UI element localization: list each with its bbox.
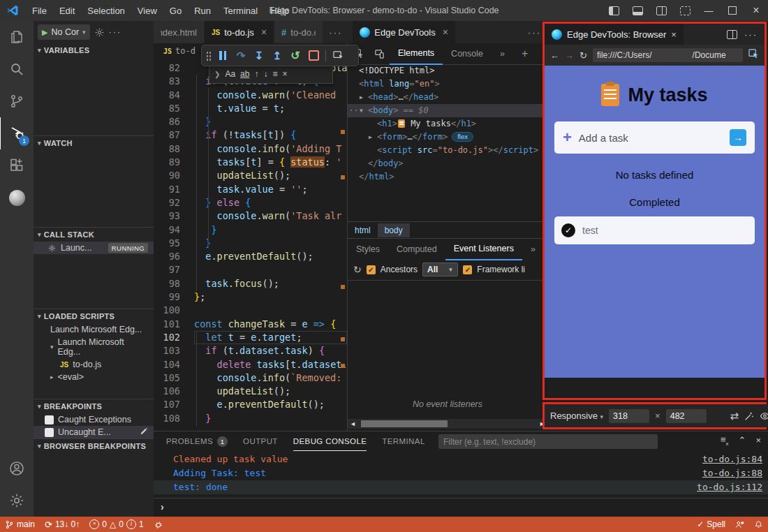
close-tab-icon[interactable]: × (443, 27, 448, 38)
device-height-input[interactable]: 482 (666, 409, 707, 423)
editor-gutter[interactable]: 8283848586878889909192939495969798991001… (154, 61, 190, 425)
breakpoint-uncaught-exceptions[interactable]: Uncaught E... (34, 426, 154, 438)
pause-button[interactable] (214, 47, 231, 64)
crumb-html[interactable]: html (348, 223, 378, 237)
dom-tree[interactable]: <!DOCTYPE html><html lang="en">▶<head>…<… (348, 64, 547, 221)
toggle-panel-icon[interactable] (626, 0, 649, 21)
activity-extensions-icon[interactable] (0, 149, 34, 182)
code-line[interactable]: const changeTask = e => { (194, 318, 347, 331)
step-out-icon[interactable]: ↥ (269, 47, 286, 64)
stop-button[interactable] (305, 47, 322, 64)
notifications-item[interactable] (749, 517, 768, 532)
line-number[interactable]: 90 (154, 169, 190, 182)
line-number[interactable]: 93 (154, 209, 190, 223)
code-line[interactable]: delete tasks[t.dataset.t (194, 358, 347, 371)
sync-changes-item[interactable]: ⟳ 13↓ 0↑ (40, 517, 84, 532)
console-row[interactable]: Cleaned up task valueto-do.js:84 (154, 452, 768, 466)
collapse-panel-icon[interactable]: ⌃ (739, 435, 746, 445)
code-line[interactable]: } (194, 412, 347, 425)
dom-tree-row[interactable]: <!DOCTYPE html> (348, 64, 547, 77)
completed-task-row[interactable]: ✓ test (554, 216, 755, 244)
loaded-script-item[interactable]: Launch Microsoft Edg... (34, 323, 154, 336)
breakpoint-caught-exceptions[interactable]: Caught Exceptions (34, 413, 154, 426)
close-tab-icon[interactable]: × (261, 27, 267, 38)
menu-selection[interactable]: Selection (81, 6, 131, 16)
editor-code[interactable]: epla if (t.value !== t) { console.warn('… (194, 61, 347, 425)
framework-checkbox[interactable]: ✓ (463, 265, 472, 274)
code-line[interactable]: } (194, 237, 347, 250)
edit-pencil-icon[interactable] (140, 428, 148, 436)
reload-icon[interactable]: ↻ (579, 50, 587, 61)
tab-edge-devtools[interactable]: Edge DevTools × (352, 21, 456, 43)
collapsed-arrow-icon[interactable]: ▶ (360, 91, 363, 104)
activity-explorer-icon[interactable] (0, 21, 34, 53)
code-line[interactable]: console.warn('Task alr (194, 209, 347, 223)
menu-run[interactable]: Run (188, 6, 217, 16)
next-match-icon[interactable]: ↓ (263, 69, 267, 79)
code-line[interactable]: } else { (194, 196, 347, 209)
code-line[interactable]: console.warn('Cleaned (194, 89, 347, 102)
line-number[interactable]: 97 (154, 263, 190, 276)
more-actions-icon[interactable]: ··· (109, 27, 122, 37)
line-number[interactable]: 92 (154, 196, 190, 209)
step-into-icon[interactable]: ↧ (251, 47, 267, 64)
line-number[interactable]: 106 (154, 385, 190, 398)
source-link[interactable]: to-do.js:84 (702, 452, 762, 466)
close-find-icon[interactable]: × (282, 69, 287, 79)
tab-debug-console[interactable]: DEBUG CONSOLE (293, 431, 367, 451)
submit-task-button[interactable]: → (730, 129, 746, 146)
tree-arrow-icon[interactable]: ▸ (50, 374, 54, 380)
line-number[interactable]: 95 (154, 237, 190, 250)
line-number[interactable]: 89 (154, 156, 190, 169)
line-number[interactable]: 87 (154, 128, 190, 142)
restart-icon[interactable]: ↺ (287, 47, 304, 64)
code-line[interactable]: } (194, 115, 347, 128)
tab-index-html[interactable]: index.html (154, 21, 205, 43)
ancestors-checkbox[interactable]: ✓ (367, 265, 376, 274)
git-branch-item[interactable]: main (0, 517, 40, 532)
toggle-secondary-sidebar-icon[interactable] (649, 0, 673, 21)
loaded-script-item[interactable]: ▸<eval> (34, 371, 154, 383)
line-number[interactable]: 101 (154, 318, 190, 331)
code-line[interactable] (194, 263, 347, 276)
dom-tree-row[interactable]: <script src="to-do.js"></script> (348, 144, 547, 157)
close-tab-icon[interactable]: × (671, 29, 677, 40)
close-button[interactable]: × (744, 0, 768, 21)
account-icon[interactable] (0, 452, 34, 485)
refresh-icon[interactable]: ↻ (353, 264, 362, 275)
inspect-screencast-icon[interactable] (330, 47, 346, 64)
device-mode-dropdown[interactable]: Responsive ▾ (550, 411, 603, 421)
source-link[interactable]: to-do.js:112 (697, 480, 762, 494)
code-editor[interactable]: JS to-d 82838485868788899091929394959697… (154, 43, 347, 431)
line-number[interactable]: 82 (154, 61, 190, 75)
more-tabs-icon[interactable]: » (492, 43, 513, 64)
loaded-script-item[interactable]: JSto-do.js (34, 358, 154, 371)
loaded-scripts-section-header[interactable]: ▾LOADED SCRIPTS (34, 309, 154, 323)
device-emulation-icon[interactable] (369, 43, 390, 64)
tab-computed[interactable]: Computed (388, 239, 445, 260)
gear-icon[interactable] (94, 27, 105, 38)
line-number[interactable]: 104 (154, 358, 190, 371)
breakpoints-section-header[interactable]: ▾BREAKPOINTS (34, 399, 154, 413)
split-editor-icon[interactable] (727, 30, 737, 39)
code-line[interactable]: updateList(); (194, 385, 347, 398)
menu-terminal[interactable]: Terminal (217, 6, 264, 16)
expand-replace-icon[interactable]: ❯ (214, 71, 220, 78)
minimize-button[interactable]: — (697, 0, 721, 21)
more-tabs-icon[interactable]: » (522, 239, 544, 260)
line-number[interactable]: 108 (154, 412, 190, 425)
code-line[interactable]: tasks[t] = { status: ' (194, 156, 347, 169)
call-stack-item[interactable]: Launc... RUNNING (34, 242, 154, 254)
code-line[interactable]: console.info('Adding T (194, 142, 347, 156)
dom-tree-row[interactable]: ▶<form>…</form>flex (348, 131, 547, 144)
step-over-icon[interactable]: ↷ (232, 47, 249, 64)
menu-go[interactable]: Go (163, 6, 188, 16)
menu-view[interactable]: View (131, 6, 163, 16)
dom-tree-row[interactable]: </body> (348, 157, 547, 170)
line-number[interactable]: 83 (154, 75, 190, 88)
code-line[interactable]: task.focus(); (194, 277, 347, 290)
menu-edit[interactable]: Edit (53, 6, 81, 16)
line-number[interactable]: 85 (154, 102, 190, 115)
scroll-left-icon[interactable]: ◄ (348, 420, 358, 427)
tab-output[interactable]: OUTPUT (243, 431, 278, 451)
